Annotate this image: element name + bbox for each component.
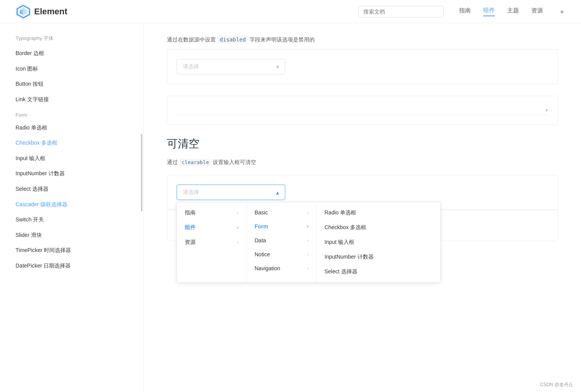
cascader-arrow-components-icon: › xyxy=(237,225,239,230)
top-desc-text1: 通过在数据源中设置 xyxy=(167,36,216,43)
logo[interactable]: E Element xyxy=(16,4,68,19)
sidebar-item-border[interactable]: Border 边框 xyxy=(0,46,143,61)
cascader-item-checkbox[interactable]: Checkbox 多选框 xyxy=(317,220,402,235)
plus-icon[interactable]: ＋ xyxy=(558,7,565,16)
sidebar-item-icon[interactable]: Icon 图标 xyxy=(0,61,143,77)
sidebar-item-cascader[interactable]: Cascader 级联选择器 xyxy=(0,197,143,212)
nav-resources[interactable]: 资源 xyxy=(531,7,543,16)
sidebar-item-timepicker[interactable]: TimePicker 时间选择器 xyxy=(0,243,143,258)
cascader-item-notice[interactable]: Notice › xyxy=(247,247,316,261)
second-demo-box: ▾ xyxy=(167,96,558,125)
second-select-chevron-down-icon: ▾ xyxy=(545,107,548,113)
clearable-demo-box: 请选择 ▴ 指南 › xyxy=(167,175,558,241)
second-demo-content: ▾ xyxy=(167,96,557,124)
main-nav: 指南 组件 主题 资源 ＋ xyxy=(459,7,565,16)
cascader-item-inputnumber[interactable]: InputNumber 计数器 xyxy=(317,250,402,264)
clearable-desc2: 设置输入框可清空 xyxy=(213,159,256,165)
cascader-arrow-basic-icon: › xyxy=(307,210,309,215)
cascader-arrow-notice-icon: › xyxy=(307,252,309,257)
cascader-col-1: 指南 › 组件 › 资源 › xyxy=(177,202,247,282)
main-content: 通过在数据源中设置 disabled 字段来声明该选项是禁用的 请选择 ▾ ▾ xyxy=(144,23,581,392)
cascader-arrow-navigation-icon: › xyxy=(307,266,309,271)
cascader-arrow-data-icon: › xyxy=(307,238,309,243)
nav-guide[interactable]: 指南 xyxy=(459,7,471,16)
cascader-arrow-resources-icon: › xyxy=(237,240,239,245)
first-select-wrapper: 请选择 ▾ xyxy=(177,59,285,74)
cascader-item-data[interactable]: Data › xyxy=(247,233,316,247)
top-description: 通过在数据源中设置 disabled 字段来声明该选项是禁用的 xyxy=(167,35,558,45)
cascader-dropdown: 指南 › 组件 › 资源 › xyxy=(177,202,441,283)
section-title-clearable: 可清空 xyxy=(167,136,558,151)
cascader-item-radio[interactable]: Radio 单选框 xyxy=(317,205,402,220)
sidebar-item-datepicker[interactable]: DatePicker 日期选择器 xyxy=(0,258,143,274)
first-select-placeholder: 请选择 xyxy=(183,63,199,70)
cascader-item-resources[interactable]: 资源 › xyxy=(177,235,246,250)
cascader-item-input[interactable]: Input 输入框 xyxy=(317,235,402,250)
sidebar-item-button[interactable]: Button 按钮 xyxy=(0,76,143,92)
search-box[interactable] xyxy=(358,6,444,17)
watermark: CSDN @老丹丘 xyxy=(540,382,573,388)
sidebar: Typography 字体 Border 边框 Icon 图标 Button 按… xyxy=(0,23,144,392)
cascader-item-select[interactable]: Select 选择器 xyxy=(317,264,402,279)
cascader-arrow-form-icon: › xyxy=(307,224,309,229)
sidebar-item-radio[interactable]: Radio 单选框 xyxy=(0,120,143,136)
first-select-chevron-down-icon: ▾ xyxy=(276,63,279,71)
search-input[interactable] xyxy=(363,9,439,15)
sidebar-item-inputnumber[interactable]: InputNumber 计数器 xyxy=(0,166,143,181)
sidebar-item-slider[interactable]: Slider 滑块 xyxy=(0,228,143,243)
app-header: E Element 指南 组件 主题 资源 ＋ xyxy=(0,0,581,23)
cascader-item-basic[interactable]: Basic › xyxy=(247,205,316,219)
logo-text: Element xyxy=(34,7,68,17)
first-demo-box: 请选择 ▾ xyxy=(167,49,558,84)
svg-text:E: E xyxy=(20,9,23,15)
clearable-section: 可清空 通过 clearable 设置输入框可清空 请选择 ▴ xyxy=(167,136,558,241)
clearable-desc1: 通过 xyxy=(167,159,178,165)
clearable-desc: 通过 clearable 设置输入框可清空 xyxy=(167,157,558,167)
clearable-select-wrapper: 请选择 ▴ 指南 › xyxy=(177,185,285,200)
clearable-select-chevron-up-icon: ▴ xyxy=(276,189,279,196)
sidebar-item-switch[interactable]: Switch 开关 xyxy=(0,212,143,228)
cascader-item-components[interactable]: 组件 › xyxy=(177,220,246,235)
sidebar-item-link[interactable]: Link 文字链接 xyxy=(0,92,143,107)
clearable-select-placeholder: 请选择 xyxy=(183,189,199,196)
sidebar-item-checkbox[interactable]: Checkbox 多选框 xyxy=(0,135,143,151)
main-layout: Typography 字体 Border 边框 Icon 图标 Button 按… xyxy=(0,23,581,392)
cascader-item-guide[interactable]: 指南 › xyxy=(177,205,246,220)
nav-components[interactable]: 组件 xyxy=(483,7,495,16)
first-demo-content: 请选择 ▾ xyxy=(167,50,557,84)
sidebar-item-input[interactable]: Input 输入框 xyxy=(0,151,143,166)
nav-theme[interactable]: 主题 xyxy=(507,7,519,16)
top-code-disabled: disabled xyxy=(217,36,248,43)
clearable-code: clearable xyxy=(179,159,211,166)
top-desc-text2: 字段来声明该选项是禁用的 xyxy=(250,36,315,43)
sidebar-category-form: Form xyxy=(0,107,143,120)
cascader-col-2: Basic › Form › Data › xyxy=(247,202,317,282)
sidebar-item-typography[interactable]: Typography 字体 xyxy=(0,31,143,46)
second-select-wrapper: ▾ xyxy=(177,105,548,115)
cascader-col-3: Radio 单选框 Checkbox 多选框 Input 输入框 InputNu… xyxy=(317,202,402,282)
first-select-input[interactable]: 请选择 ▾ xyxy=(177,59,285,74)
logo-icon: E xyxy=(16,4,31,19)
cascader-arrow-guide-icon: › xyxy=(237,210,239,216)
sidebar-scrollbar[interactable] xyxy=(141,134,142,211)
clearable-demo-content: 请选择 ▴ 指南 › xyxy=(167,175,557,209)
cascader-item-form[interactable]: Form › xyxy=(247,219,316,233)
clearable-select-input[interactable]: 请选择 ▴ xyxy=(177,185,285,200)
sidebar-item-select[interactable]: Select 选择器 xyxy=(0,181,143,197)
cascader-item-navigation[interactable]: Navigation › xyxy=(247,261,316,275)
